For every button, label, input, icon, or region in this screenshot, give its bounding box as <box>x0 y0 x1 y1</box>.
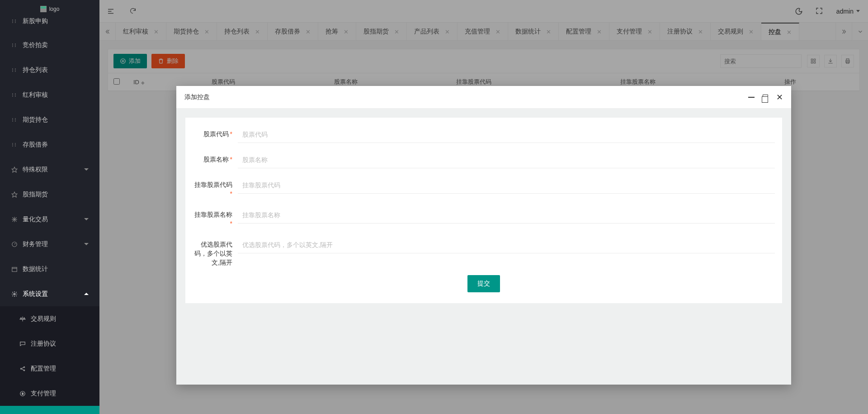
gear-icon <box>11 290 18 298</box>
scale-icon <box>19 315 26 323</box>
sidebar-item-label: 配置管理 <box>31 365 89 373</box>
sidebar-item-new-stock[interactable]: ⁝⁝ 新股申购 <box>0 10 99 33</box>
field-hook-code: 挂靠股票代码* <box>193 176 775 198</box>
chevron-up-icon <box>84 293 89 295</box>
sidebar-item-label: 量化交易 <box>23 215 84 224</box>
sidebar-item-dividend-audit[interactable]: ⁝⁝ 红利审核 <box>0 82 99 107</box>
sidebar-item-quant-trading[interactable]: 量化交易 <box>0 207 99 232</box>
more-icon: ⁝⁝ <box>11 67 18 74</box>
hook-code-input[interactable] <box>238 176 775 194</box>
more-icon: ⁝⁝ <box>11 116 18 124</box>
snowflake-icon <box>11 216 18 223</box>
sidebar-subitem-control[interactable]: 控盘 <box>0 406 99 414</box>
modal-header: 添加控盘 ✕ <box>176 86 791 109</box>
svg-point-10 <box>14 293 15 295</box>
dollar-icon: $ <box>19 390 26 397</box>
modal-title: 添加控盘 <box>184 93 748 101</box>
gauge-icon <box>11 241 18 248</box>
sidebar-item-futures-holdings[interactable]: ⁝⁝ 期货持仓 <box>0 107 99 132</box>
more-icon: ⁝⁝ <box>11 141 18 148</box>
sidebar-item-label: 财务管理 <box>23 240 84 248</box>
maximize-button[interactable] <box>763 95 768 100</box>
field-label: 挂靠股票名称* <box>193 206 238 228</box>
svg-rect-8 <box>12 267 17 271</box>
more-icon: ⁝⁝ <box>11 91 18 99</box>
sidebar-item-label: 数据统计 <box>23 265 89 273</box>
field-stock-code: 股票代码* <box>193 126 775 143</box>
sidebar-item-holdings[interactable]: ⁝⁝ 持仓列表 <box>0 57 99 82</box>
svg-line-16 <box>22 369 24 370</box>
chevron-down-icon <box>84 243 89 245</box>
chat-icon <box>19 340 26 347</box>
sidebar-subitem-register-agreement[interactable]: 注册协议 <box>0 331 99 356</box>
maximize-icon <box>763 95 768 100</box>
field-stock-name: 股票名称* <box>193 151 775 168</box>
modal-body: 股票代码* 股票名称* 挂靠股票代码* 挂靠股票名称* 优选股票代码，多个以英文… <box>176 109 791 385</box>
svg-marker-0 <box>12 167 17 172</box>
sidebar-item-system-settings[interactable]: 系统设置 <box>0 281 99 306</box>
share-icon <box>19 365 26 372</box>
minimize-button[interactable] <box>748 97 755 98</box>
field-label: 挂靠股票代码* <box>193 176 238 198</box>
sidebar-subitem-config[interactable]: 配置管理 <box>0 356 99 381</box>
sidebar-menu: ⁝⁝ 新股申购 ⁝⁝ 竞价拍卖 ⁝⁝ 持仓列表 ⁝⁝ 红利审核 ⁝⁝ 期货持仓 … <box>0 10 99 414</box>
svg-point-14 <box>24 370 24 371</box>
sidebar-item-auction[interactable]: ⁝⁝ 竞价拍卖 <box>0 33 99 57</box>
svg-point-13 <box>24 366 24 367</box>
sidebar-item-label: 系统设置 <box>23 290 84 298</box>
svg-line-7 <box>14 243 15 244</box>
sidebar-item-label: 新股申购 <box>23 17 89 25</box>
sidebar-subitem-trade-rules[interactable]: 交易规则 <box>0 306 99 331</box>
sidebar-item-label: 红利审核 <box>23 91 89 99</box>
field-label: 优选股票代码，多个以英文,隔开 <box>193 236 238 267</box>
sidebar-item-finance[interactable]: 财务管理 <box>0 232 99 257</box>
more-icon: ⁝⁝ <box>11 42 18 49</box>
field-hook-name: 挂靠股票名称* <box>193 206 775 228</box>
chevron-down-icon <box>84 168 89 171</box>
field-label: 股票名称* <box>193 151 238 164</box>
svg-line-15 <box>22 367 24 368</box>
sidebar-item-label: 期货持仓 <box>23 116 89 124</box>
svg-marker-1 <box>12 192 17 197</box>
close-button[interactable]: ✕ <box>776 93 783 101</box>
sidebar-item-lending[interactable]: ⁝⁝ 存股借券 <box>0 132 99 157</box>
sidebar-item-label: 股指期货 <box>23 190 89 199</box>
star-outline-icon <box>11 166 18 173</box>
sidebar-item-label: 注册协议 <box>31 340 89 348</box>
sidebar-item-label: 支付管理 <box>31 390 89 398</box>
sidebar-item-statistics[interactable]: 数据统计 <box>0 257 99 281</box>
sidebar-subitem-payment[interactable]: $ 支付管理 <box>0 381 99 406</box>
sidebar-item-label: 持仓列表 <box>23 66 89 74</box>
svg-point-12 <box>20 368 21 369</box>
field-preferred-codes: 优选股票代码，多个以英文,隔开 <box>193 236 775 267</box>
close-icon: ✕ <box>776 93 783 101</box>
stock-name-input[interactable] <box>238 151 775 168</box>
sidebar-item-label: 竞价拍卖 <box>23 41 89 49</box>
hook-name-input[interactable] <box>238 206 775 224</box>
minimize-icon <box>748 97 755 98</box>
submit-button[interactable]: 提交 <box>467 275 500 292</box>
sidebar-item-index-futures[interactable]: 股指期货 <box>0 182 99 207</box>
form-card: 股票代码* 股票名称* 挂靠股票代码* 挂靠股票名称* 优选股票代码，多个以英文… <box>185 118 782 303</box>
star-outline-icon <box>11 191 18 198</box>
calendar-icon <box>11 266 18 273</box>
field-label: 股票代码* <box>193 126 238 138</box>
sidebar-item-label: 存股借券 <box>23 141 89 149</box>
sidebar-item-special-permission[interactable]: 特殊权限 <box>0 157 99 182</box>
sidebar-item-label: 交易规则 <box>31 315 89 323</box>
more-icon: ⁝⁝ <box>11 18 18 25</box>
svg-text:$: $ <box>22 392 24 395</box>
modal-add-control: 添加控盘 ✕ 股票代码* 股票名称* 挂靠股票代码* 挂靠股票名称* <box>176 86 791 385</box>
sidebar: logo ⁝⁝ 新股申购 ⁝⁝ 竞价拍卖 ⁝⁝ 持仓列表 ⁝⁝ 红利审核 ⁝⁝ … <box>0 0 99 414</box>
sidebar-item-label: 特殊权限 <box>23 166 84 174</box>
preferred-codes-input[interactable] <box>238 236 775 253</box>
stock-code-input[interactable] <box>238 126 775 143</box>
chevron-down-icon <box>84 218 89 220</box>
